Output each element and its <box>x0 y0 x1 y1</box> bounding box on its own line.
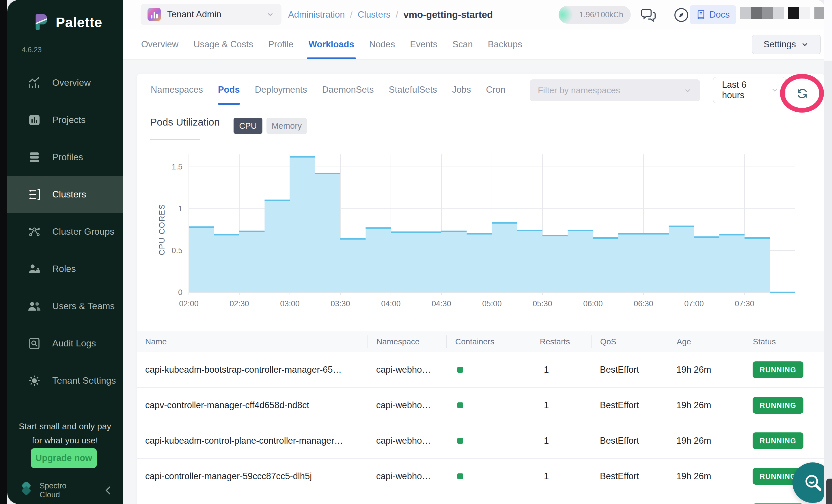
chat-icon[interactable] <box>640 7 656 23</box>
sidebar-nav: OverviewProjectsProfilesClustersCluster … <box>7 64 123 399</box>
table-row-partial[interactable]: capi-…capi-webho…1BestEffort19h 26mRUNNI… <box>137 494 824 504</box>
sidebar-item-roles[interactable]: Roles <box>7 250 123 288</box>
redacted-block <box>773 7 784 19</box>
sidebar-item-tenant-settings[interactable]: Tenant Settings <box>7 362 123 399</box>
projects-icon <box>27 113 41 127</box>
svg-text:02:30: 02:30 <box>230 299 249 308</box>
tab-backups[interactable]: Backups <box>488 29 522 59</box>
tab-usage-costs[interactable]: Usage & Costs <box>193 29 253 59</box>
chevron-down-icon <box>801 40 809 49</box>
subtab-daemonsets[interactable]: DaemonSets <box>322 74 374 106</box>
subtab-pods[interactable]: Pods <box>218 74 240 106</box>
container-status-square <box>457 438 463 444</box>
table-row[interactable]: capv-controller-manager-cff4d658d-nd8ctc… <box>137 388 824 423</box>
tenant-selector[interactable]: Tenant Admin <box>140 4 282 25</box>
column-header-qos[interactable]: QoS <box>591 336 676 348</box>
svg-text:07:00: 07:00 <box>684 299 704 308</box>
subtab-deployments[interactable]: Deployments <box>255 74 307 106</box>
pod-age: 19h 26m <box>676 365 753 375</box>
sidebar-item-users-teams[interactable]: Users & Teams <box>7 288 123 325</box>
pod-age: 19h 26m <box>676 435 753 446</box>
chevron-down-icon <box>683 86 692 95</box>
table-body: capi-kubeadm-bootstrap-controller-manage… <box>137 352 824 504</box>
settings-button[interactable]: Settings <box>752 35 821 54</box>
column-header-name[interactable]: Name <box>145 336 376 348</box>
breadcrumb-current: vmo-getting-started <box>403 9 493 20</box>
toggle-cpu[interactable]: CPU <box>234 118 262 134</box>
promo-line-2: for what you use! <box>7 433 123 447</box>
time-range-dropdown[interactable]: Last 6 hours <box>713 77 786 103</box>
sidebar-item-profiles[interactable]: Profiles <box>7 138 123 176</box>
pod-status: RUNNING <box>753 397 824 414</box>
tab-profile[interactable]: Profile <box>268 29 293 59</box>
redacted-block <box>740 7 751 19</box>
pod-containers <box>455 365 540 375</box>
cluster-tabs: OverviewUsage & CostsProfileWorkloadsNod… <box>123 29 824 59</box>
svg-text:06:30: 06:30 <box>634 299 653 308</box>
table-row[interactable]: capi-controller-manager-59ccc87cc5-dlh5j… <box>137 459 824 494</box>
audit-logs-icon <box>27 337 41 350</box>
main-area: Tenant Admin Administration / Clusters /… <box>123 0 824 504</box>
settings-label: Settings <box>763 39 796 50</box>
namespace-filter-input[interactable] <box>530 79 700 101</box>
tab-events[interactable]: Events <box>410 29 437 59</box>
column-header-age[interactable]: Age <box>668 336 753 348</box>
pod-restarts: 1 <box>540 471 600 481</box>
subtab-jobs[interactable]: Jobs <box>452 74 471 106</box>
status-badge: RUNNING <box>753 362 803 378</box>
top-header: Tenant Admin Administration / Clusters /… <box>123 0 824 29</box>
sidebar-item-label: Users & Teams <box>52 301 114 312</box>
subtab-statefulsets[interactable]: StatefulSets <box>389 74 437 106</box>
usage-quota-text: 1.96/100kCh <box>579 10 623 19</box>
sidebar-item-clusters[interactable]: Clusters <box>7 176 123 213</box>
subtab-cron[interactable]: Cron <box>486 74 505 106</box>
table-header: NameNamespaceContainersRestartsQoSAgeSta… <box>137 331 824 352</box>
pod-name: capi-controller-manager-59ccc87cc5-dlh5j <box>145 471 376 481</box>
pod-qos: BestEffort <box>600 365 676 375</box>
pod-restarts: 1 <box>540 365 600 375</box>
redacted-block <box>799 7 810 19</box>
scrollbar-thumb[interactable] <box>826 479 832 504</box>
promo-text: Start small and only pay for what you us… <box>7 419 123 447</box>
pod-namespace: capi-webho… <box>376 365 455 375</box>
workload-subtabs: NamespacesPodsDeploymentsDaemonSetsState… <box>137 74 505 106</box>
tab-nodes[interactable]: Nodes <box>369 29 395 59</box>
pod-restarts: 1 <box>540 400 600 410</box>
magnifier-smile-icon <box>801 471 824 494</box>
refresh-icon[interactable] <box>795 87 809 101</box>
tab-workloads[interactable]: Workloads <box>309 29 354 59</box>
column-header-restarts[interactable]: Restarts <box>531 336 600 348</box>
sidebar-collapse-icon[interactable] <box>103 485 114 496</box>
pod-status: RUNNING <box>753 432 824 449</box>
breadcrumb-administration[interactable]: Administration <box>288 9 345 20</box>
users-teams-icon <box>27 299 41 313</box>
desktop-edge-right <box>824 0 832 504</box>
toggle-memory[interactable]: Memory <box>266 118 307 134</box>
sidebar-item-audit-logs[interactable]: Audit Logs <box>7 325 123 362</box>
sidebar-item-overview[interactable]: Overview <box>7 64 123 101</box>
container-status-square <box>457 473 463 479</box>
column-header-containers[interactable]: Containers <box>446 336 540 348</box>
breadcrumb-clusters[interactable]: Clusters <box>358 9 391 20</box>
table-row[interactable]: capi-kubeadm-control-plane-controller-ma… <box>137 423 824 459</box>
sidebar-item-cluster-groups[interactable]: Cluster Groups <box>7 213 123 250</box>
pod-namespace: capi-webho… <box>376 400 455 410</box>
svg-text:03:30: 03:30 <box>331 299 350 308</box>
tab-overview[interactable]: Overview <box>141 29 178 59</box>
upgrade-now-button[interactable]: Upgrade now <box>31 448 97 468</box>
workloads-card: NamespacesPodsDeploymentsDaemonSetsState… <box>137 74 824 504</box>
subtab-namespaces[interactable]: Namespaces <box>151 74 203 106</box>
table-row[interactable]: capi-kubeadm-bootstrap-controller-manage… <box>137 352 824 388</box>
sidebar-item-projects[interactable]: Projects <box>7 101 123 138</box>
footer-brand-top: Spectro <box>40 481 98 490</box>
column-header-status[interactable]: Status <box>744 336 824 348</box>
svg-text:05:00: 05:00 <box>482 299 502 308</box>
footer-brand: Spectro Cloud <box>40 481 98 499</box>
tab-scan[interactable]: Scan <box>452 29 473 59</box>
compass-icon[interactable] <box>673 7 690 23</box>
sidebar-item-label: Roles <box>52 264 76 274</box>
breadcrumb: Administration / Clusters / vmo-getting-… <box>288 0 493 29</box>
svg-text:02:00: 02:00 <box>179 299 199 308</box>
docs-button[interactable]: Docs <box>690 5 736 24</box>
column-header-namespace[interactable]: Namespace <box>367 336 455 348</box>
